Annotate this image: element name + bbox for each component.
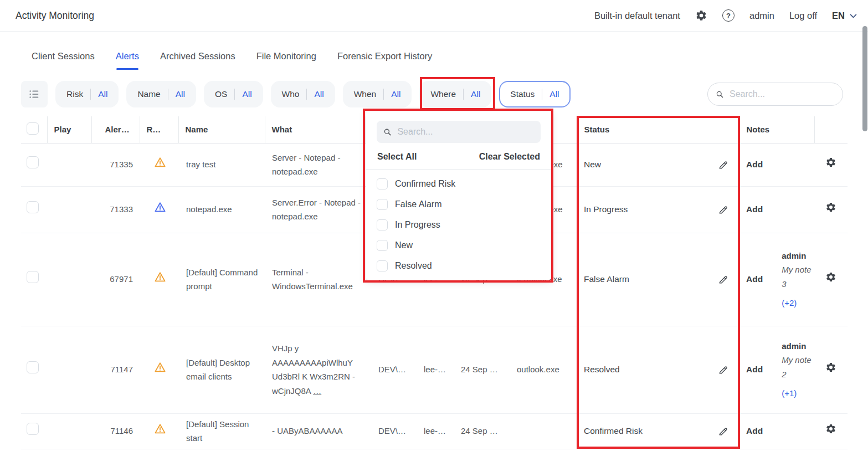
- note-author: admin: [782, 339, 814, 353]
- checkbox[interactable]: [377, 219, 388, 230]
- risk-warning-icon: [154, 271, 166, 283]
- alert-id: 71335: [91, 143, 140, 186]
- column-header-what[interactable]: What: [265, 116, 366, 143]
- dropdown-search-input[interactable]: [397, 127, 534, 137]
- settings-icon[interactable]: [695, 9, 707, 22]
- column-list-button[interactable]: [21, 81, 48, 107]
- language-label: EN: [832, 11, 845, 21]
- column-header-name[interactable]: Name: [178, 116, 265, 143]
- table-row: 71146 [Default] Session start - UAByABAA…: [21, 413, 848, 449]
- column-header-status[interactable]: Status: [577, 116, 739, 143]
- table-search: [707, 83, 843, 106]
- row-checkbox[interactable]: [27, 361, 39, 373]
- alert-what: - UAByABAAAAAA: [265, 413, 366, 449]
- activity-monitoring-screen: Activity Monitoring Built-in default ten…: [0, 0, 868, 451]
- row-checkbox[interactable]: [27, 423, 39, 435]
- status-value: New: [584, 157, 601, 172]
- option-resolved[interactable]: Resolved: [377, 255, 541, 276]
- vertical-scrollbar[interactable]: [862, 26, 867, 131]
- filter-chip-who[interactable]: WhoAll: [271, 81, 335, 107]
- option-confirmed-risk[interactable]: Confirmed Risk: [377, 173, 541, 194]
- tenant-name: Built-in default tenant: [594, 11, 680, 21]
- risk-warning-icon: [154, 156, 166, 168]
- log-off-button[interactable]: Log off: [789, 11, 817, 21]
- edit-status-icon[interactable]: [718, 160, 728, 170]
- row-settings-icon[interactable]: [825, 362, 836, 373]
- add-note-button[interactable]: Add: [746, 157, 763, 172]
- filter-chip-name[interactable]: NameAll: [126, 81, 196, 107]
- filter-chip-where[interactable]: WhereAll: [419, 81, 491, 107]
- row-settings-icon[interactable]: [825, 271, 836, 283]
- tab-file-monitoring[interactable]: File Monitoring: [256, 51, 316, 70]
- what-more-link[interactable]: …: [313, 386, 321, 396]
- row-settings-icon[interactable]: [825, 157, 836, 168]
- search-input[interactable]: [730, 89, 835, 99]
- option-new[interactable]: New: [377, 235, 541, 255]
- checkbox[interactable]: [377, 178, 388, 189]
- filter-chip-status[interactable]: StatusAll: [499, 81, 570, 107]
- select-all-checkbox[interactable]: [27, 122, 39, 135]
- risk-warning-icon: [154, 423, 166, 435]
- tab-forensic-export-history[interactable]: Forensic Export History: [337, 51, 432, 70]
- search-icon: [716, 90, 724, 99]
- tab-bar: Client Sessions Alerts Archived Sessions…: [32, 51, 432, 70]
- row-settings-icon[interactable]: [825, 423, 836, 434]
- chevron-down-icon: [849, 11, 858, 20]
- column-header-play[interactable]: Play: [47, 116, 91, 143]
- select-all-button[interactable]: Select All: [377, 152, 417, 162]
- add-note-button[interactable]: Add: [746, 272, 763, 286]
- user-menu[interactable]: admin: [749, 11, 774, 21]
- checkbox[interactable]: [377, 240, 388, 251]
- alert-what: VHJp y AAAAAAAAApiWlhuY Ud3bRl K Wx3m2RN…: [265, 326, 366, 413]
- tab-archived-sessions[interactable]: Archived Sessions: [160, 51, 235, 70]
- risk-info-icon: [154, 201, 166, 213]
- alert-id: 71147: [91, 326, 140, 413]
- alert-who: DEV\…: [366, 326, 411, 413]
- clear-selected-button[interactable]: Clear Selected: [479, 152, 540, 162]
- status-value: In Progress: [584, 202, 628, 217]
- alert-name: [Default] Command prompt: [178, 233, 265, 326]
- filter-chip-risk[interactable]: RiskAll: [55, 81, 119, 107]
- filter-chip-when[interactable]: WhenAll: [343, 81, 412, 107]
- column-header-alert-id[interactable]: Aler…: [91, 116, 140, 143]
- row-checkbox[interactable]: [27, 271, 39, 283]
- help-icon[interactable]: ?: [722, 9, 735, 22]
- option-false-alarm[interactable]: False Alarm: [377, 194, 541, 214]
- edit-status-icon[interactable]: [718, 274, 728, 285]
- row-checkbox[interactable]: [27, 201, 39, 213]
- alert-who: DEV\…: [366, 413, 411, 449]
- alert-name: tray test: [178, 143, 265, 186]
- note-author: admin: [782, 249, 814, 263]
- edit-status-icon[interactable]: [718, 426, 728, 437]
- search-icon: [383, 127, 392, 137]
- add-note-button[interactable]: Add: [746, 424, 763, 438]
- top-bar: Activity Monitoring Built-in default ten…: [0, 0, 868, 32]
- alert-where: lee-…: [411, 413, 449, 449]
- edit-status-icon[interactable]: [718, 365, 728, 375]
- more-notes-link[interactable]: (+2): [782, 296, 797, 310]
- alert-name: notepad.exe: [178, 186, 265, 233]
- add-note-button[interactable]: Add: [746, 202, 763, 217]
- add-note-button[interactable]: Add: [746, 362, 763, 377]
- row-checkbox[interactable]: [27, 156, 39, 168]
- list-icon: [28, 88, 40, 100]
- option-in-progress[interactable]: In Progress: [377, 214, 541, 235]
- note-text: My note 2: [782, 353, 814, 381]
- alert-process: outlook.exe: [504, 326, 577, 413]
- row-settings-icon[interactable]: [825, 202, 836, 213]
- column-header-notes[interactable]: Notes: [739, 116, 814, 143]
- checkbox[interactable]: [377, 260, 388, 271]
- edit-status-icon[interactable]: [718, 204, 728, 215]
- checkbox[interactable]: [377, 199, 388, 210]
- alert-when: 24 Sep …: [449, 326, 504, 413]
- alert-what: Server - Notepad - notepad.exe: [265, 143, 366, 186]
- more-notes-link[interactable]: (+1): [782, 386, 797, 401]
- column-header-risk[interactable]: R…: [140, 116, 178, 143]
- tab-alerts[interactable]: Alerts: [116, 51, 139, 70]
- alert-when: 24 Sep …: [449, 413, 504, 449]
- table-row: 71147 [Default] Desktop email clients VH…: [21, 326, 848, 413]
- tab-client-sessions[interactable]: Client Sessions: [32, 51, 95, 70]
- risk-warning-icon: [154, 361, 166, 373]
- filter-chip-os[interactable]: OSAll: [204, 81, 263, 107]
- language-selector[interactable]: EN: [832, 11, 858, 21]
